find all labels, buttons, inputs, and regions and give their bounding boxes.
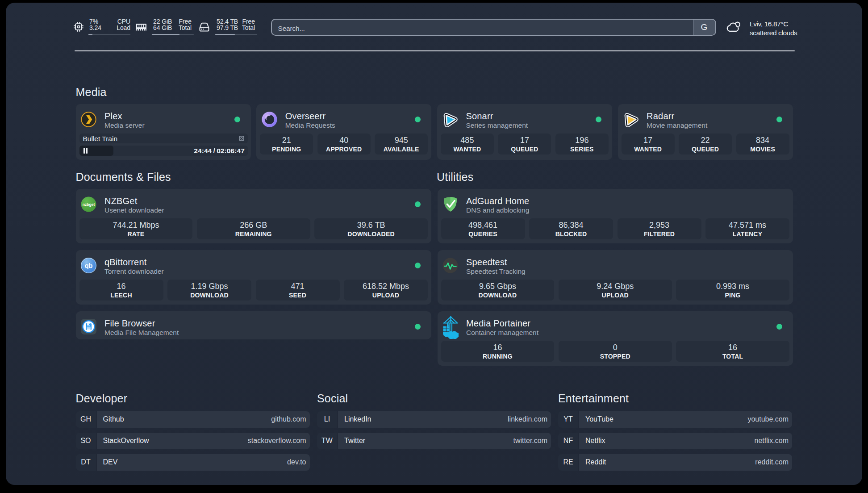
svg-text:qb: qb bbox=[85, 262, 93, 269]
svg-text:nzbget: nzbget bbox=[83, 202, 95, 207]
